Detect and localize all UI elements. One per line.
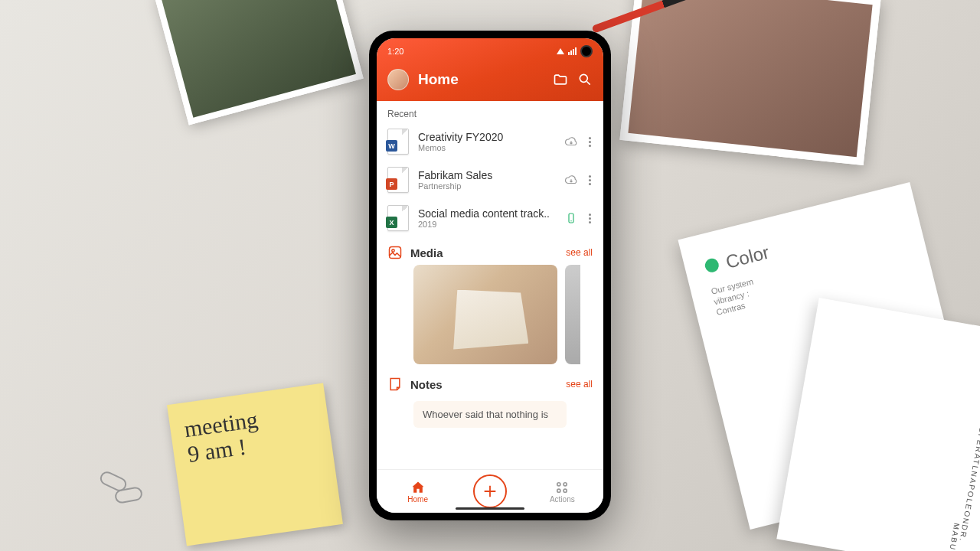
media-thumbnail[interactable] (565, 265, 580, 364)
see-all-notes-link[interactable]: see all (566, 379, 593, 390)
desk-photo (619, 0, 880, 165)
nav-label: Actions (550, 495, 575, 504)
actions-icon (554, 480, 570, 494)
more-options-icon[interactable] (587, 214, 593, 223)
desk-photo (154, 0, 364, 126)
avatar[interactable] (387, 69, 409, 90)
word-file-icon: W (387, 129, 409, 155)
more-options-icon[interactable] (587, 175, 593, 185)
wifi-icon (557, 48, 564, 54)
bottom-nav: Home Actions (377, 469, 603, 513)
nav-home[interactable]: Home (391, 480, 445, 504)
file-name: Fabrikam Sales (418, 169, 555, 181)
file-row[interactable]: W Creativity FY2020 Memos (377, 122, 603, 161)
svg-point-0 (580, 74, 587, 82)
section-title-media: Media (410, 246, 558, 259)
more-options-icon[interactable] (587, 137, 593, 147)
svg-point-7 (564, 489, 567, 492)
excel-file-icon: X (387, 205, 409, 231)
gesture-bar (456, 507, 524, 510)
paper-clips (100, 474, 145, 505)
file-subtitle: 2019 (418, 220, 555, 229)
media-icon (387, 245, 403, 260)
file-name: Social media content track.. (418, 207, 555, 220)
create-new-button[interactable] (473, 474, 507, 508)
svg-point-5 (564, 482, 567, 485)
media-carousel[interactable] (377, 265, 603, 369)
status-time: 1:20 (387, 47, 403, 56)
powerpoint-file-icon: P (387, 167, 409, 193)
file-row[interactable]: P Fabrikam Sales Partnership (377, 161, 603, 199)
camera-punch-hole (580, 45, 593, 57)
file-subtitle: Partnership (418, 181, 555, 191)
file-subtitle: Memos (418, 143, 555, 152)
folder-icon[interactable] (553, 72, 568, 87)
home-icon (410, 480, 426, 494)
see-all-media-link[interactable]: see all (566, 247, 593, 258)
svg-rect-2 (390, 247, 401, 259)
cloud-download-icon[interactable] (564, 173, 578, 187)
file-row[interactable]: X Social media content track.. 2019 (377, 199, 603, 237)
status-bar: 1:20 (387, 44, 593, 58)
section-title-notes: Notes (410, 378, 558, 391)
svg-point-6 (557, 489, 560, 492)
sticky-note: meeting 9 am ! (167, 383, 343, 546)
nav-label: Home (407, 495, 428, 504)
phone-screen: 1:20 Home Recent W (377, 38, 603, 513)
search-icon[interactable] (577, 72, 593, 87)
paper-heading: Color (724, 242, 771, 273)
cloud-download-icon[interactable] (564, 135, 578, 148)
phone-frame: 1:20 Home Recent W (369, 31, 611, 520)
svg-point-4 (557, 482, 560, 485)
notes-icon (387, 377, 403, 392)
signal-icon (568, 47, 577, 55)
section-label-recent: Recent (377, 101, 603, 122)
note-preview[interactable]: Whoever said that nothing is (413, 401, 567, 428)
page-title: Home (418, 71, 544, 88)
file-name: Creativity FY2020 (418, 131, 555, 143)
svg-point-3 (392, 249, 394, 252)
nav-actions[interactable]: Actions (535, 480, 589, 504)
media-thumbnail[interactable] (413, 265, 557, 364)
device-icon[interactable] (564, 211, 578, 225)
